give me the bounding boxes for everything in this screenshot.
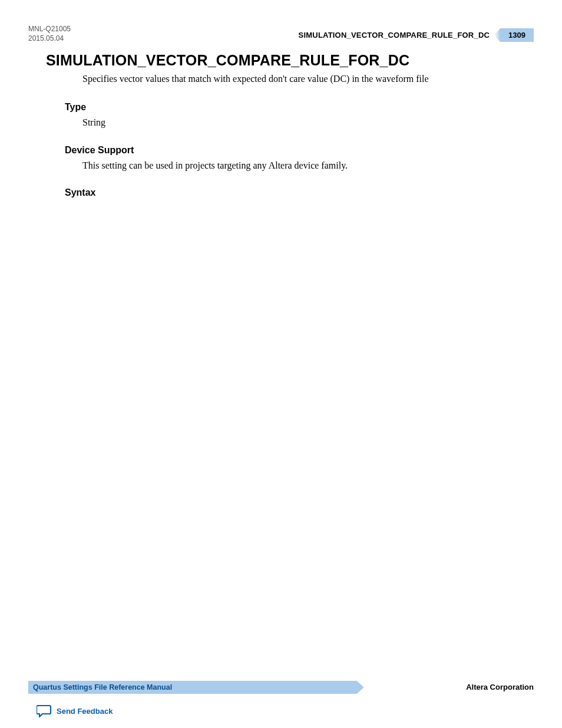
page-number: 1309: [500, 28, 534, 42]
main-description: Specifies vector values that match with …: [82, 73, 521, 85]
section-body-type: String: [82, 116, 521, 129]
manual-title: Quartus Settings File Reference Manual: [33, 683, 172, 691]
section-heading-device-support: Device Support: [65, 145, 521, 156]
header-right: SIMULATION_VECTOR_COMPARE_RULE_FOR_DC 13…: [299, 28, 534, 42]
page-header: MNL-Q21005 2015.05.04 SIMULATION_VECTOR_…: [28, 25, 534, 42]
send-feedback-label: Send Feedback: [57, 707, 113, 716]
main-heading: SIMULATION_VECTOR_COMPARE_RULE_FOR_DC: [46, 52, 521, 69]
header-meta: MNL-Q21005 2015.05.04: [28, 25, 71, 43]
section-heading-syntax: Syntax: [65, 187, 521, 198]
section-heading-type: Type: [65, 102, 521, 113]
page-footer: Quartus Settings File Reference Manual A…: [28, 681, 534, 694]
speech-bubble-icon: [37, 704, 52, 717]
doc-date: 2015.05.04: [28, 34, 71, 44]
page-content: SIMULATION_VECTOR_COMPARE_RULE_FOR_DC Sp…: [46, 52, 521, 202]
running-title: SIMULATION_VECTOR_COMPARE_RULE_FOR_DC: [299, 31, 490, 39]
section-body-device-support: This setting can be used in projects tar…: [82, 159, 521, 172]
footer-bar: Quartus Settings File Reference Manual: [28, 681, 357, 694]
company-name: Altera Corporation: [466, 683, 534, 691]
doc-id: MNL-Q21005: [28, 25, 71, 34]
send-feedback-link[interactable]: Send Feedback: [37, 704, 113, 717]
